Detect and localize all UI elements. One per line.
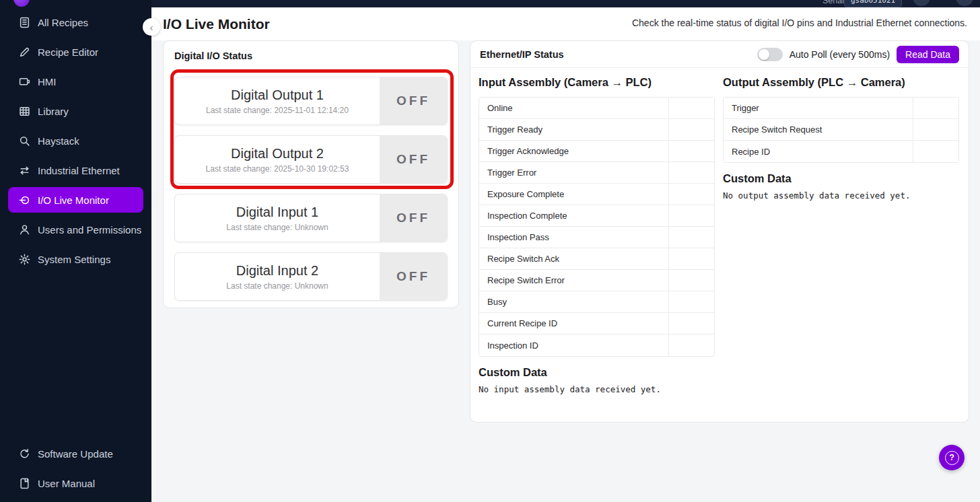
- sidebar: All Recipes Recipe Editor HMI Library Ha…: [0, 0, 151, 502]
- io-state-badge: OFF: [380, 253, 447, 300]
- table-row-label: Busy: [479, 291, 668, 312]
- ethernet-icon: [19, 165, 30, 176]
- page-title: I/O Live Monitor: [163, 16, 270, 32]
- table-row-trigger-acknowledge: Trigger Acknowledge: [479, 141, 714, 162]
- io-card-name: Digital Output 2: [231, 146, 324, 162]
- help-button[interactable]: ?: [939, 445, 965, 470]
- digital-io-panel-title: Digital I/O Status: [164, 41, 458, 61]
- table-row-busy: Busy: [479, 291, 714, 313]
- table-value-cell: [668, 119, 714, 140]
- sidebar-item-industrial-ethernet[interactable]: Industrial Ethernet: [8, 157, 143, 183]
- table-row-recipe-switch-request: Recipe Switch Request: [724, 119, 958, 141]
- io-card-last-change: Last state change: 2025-10-30 19:02:53: [206, 164, 349, 174]
- input-custom-data-message: No input assembly data received yet.: [479, 384, 715, 394]
- sidebar-item-hmi[interactable]: HMI: [8, 69, 143, 94]
- table-value-cell: [668, 98, 714, 118]
- table-row-exposure-complete: Exposure Complete: [479, 184, 714, 205]
- gear-icon: [19, 254, 30, 265]
- io-state-badge: OFF: [380, 194, 447, 242]
- table-row-label: Online: [479, 98, 668, 118]
- io-card-name: Digital Input 2: [236, 263, 318, 279]
- sidebar-item-library[interactable]: Library: [8, 98, 143, 124]
- io-state-badge: OFF: [380, 77, 447, 124]
- table-value-cell: [668, 334, 714, 356]
- io-card-list: Digital Output 1 Last state change: 2025…: [174, 77, 448, 311]
- sidebar-collapse-button[interactable]: ‹: [143, 18, 160, 36]
- sidebar-item-system-settings[interactable]: System Settings: [8, 246, 143, 272]
- io-card-digital-input-1: Digital Input 1 Last state change: Unkno…: [174, 194, 448, 242]
- input-assembly-table: Online Trigger Ready Trigger Acknowledge…: [479, 97, 715, 357]
- table-row-trigger-error: Trigger Error: [479, 162, 714, 184]
- read-data-button[interactable]: Read Data: [897, 46, 959, 63]
- hmi-icon: [19, 76, 30, 87]
- io-card-digital-output-1: Digital Output 1 Last state change: 2025…: [174, 77, 448, 125]
- io-card-last-change: Last state change: Unknown: [226, 223, 328, 232]
- top-bar: Serial: gsab051021: [151, 0, 980, 7]
- sidebar-item-haystack[interactable]: Haystack: [8, 128, 143, 153]
- table-row-inspection-complete: Inspection Complete: [479, 205, 714, 227]
- topbar-button-2[interactable]: [956, 0, 973, 6]
- sidebar-item-i-o-live-monitor[interactable]: I/O Live Monitor: [8, 187, 143, 213]
- refresh-icon: [19, 448, 30, 460]
- io-card-name: Digital Output 1: [231, 87, 324, 103]
- topbar-button-1[interactable]: [913, 0, 930, 6]
- table-value-cell: [668, 162, 714, 183]
- io-card-last-change: Last state change: 2025-11-01 12:14:20: [206, 106, 349, 115]
- table-row-label: Exposure Complete: [479, 184, 668, 205]
- output-assembly-table: Trigger Recipe Switch Request Recipe ID: [723, 97, 959, 163]
- digital-io-panel: Digital I/O Status Digital Output 1 Last…: [163, 40, 459, 308]
- output-custom-data-message: No output assembly data received yet.: [723, 190, 959, 201]
- table-row-label: Trigger Error: [479, 162, 668, 183]
- auto-poll-label: Auto Poll (every 500ms): [790, 49, 890, 60]
- table-row-label: Inspection Complete: [479, 205, 668, 226]
- table-row-label: Trigger Acknowledge: [479, 141, 668, 162]
- sidebar-item-users-and-permissions[interactable]: Users and Permissions: [8, 217, 143, 242]
- table-row-recipe-id: Recipe ID: [724, 141, 958, 162]
- table-row-label: Inspection Pass: [479, 227, 668, 248]
- search-icon: [19, 135, 30, 147]
- manual-icon: [19, 478, 30, 489]
- serial-label: Serial:: [823, 0, 846, 5]
- table-value-cell: [668, 248, 714, 269]
- sidebar-item-software-update[interactable]: Software Update: [8, 441, 143, 466]
- ethernet-panel-title: Ethernet/IP Status: [480, 49, 757, 60]
- app-logo: [13, 0, 30, 7]
- table-row-trigger-ready: Trigger Ready: [479, 119, 714, 141]
- table-row-recipe-switch-ack: Recipe Switch Ack: [479, 248, 714, 270]
- ethernet-ip-panel: Ethernet/IP Status Auto Poll (every 500m…: [470, 40, 969, 423]
- library-icon: [19, 106, 30, 117]
- input-custom-data-title: Custom Data: [479, 366, 715, 379]
- io-card-digital-output-2: Digital Output 2 Last state change: 2025…: [174, 135, 448, 184]
- table-row-label: Recipe ID: [724, 141, 913, 162]
- io-card-last-change: Last state change: Unknown: [226, 281, 328, 291]
- sidebar-footer: Software Update User Manual: [0, 441, 151, 500]
- auto-poll-toggle[interactable]: [757, 48, 783, 61]
- table-value-cell: [913, 119, 958, 140]
- recipes-icon: [19, 17, 30, 28]
- pencil-icon: [19, 46, 30, 58]
- table-value-cell: [668, 313, 714, 334]
- chevron-left-icon: ‹: [150, 22, 153, 33]
- question-icon: ?: [945, 451, 959, 465]
- io-card-digital-input-2: Digital Input 2 Last state change: Unkno…: [174, 252, 448, 301]
- sidebar-item-recipe-editor[interactable]: Recipe Editor: [8, 39, 143, 65]
- table-value-cell: [668, 270, 714, 291]
- input-assembly-column: Input Assembly (Camera → PLC) Online Tri…: [479, 73, 715, 394]
- sidebar-item-all-recipes[interactable]: All Recipes: [8, 9, 143, 35]
- table-value-cell: [913, 141, 958, 162]
- table-row-label: Current Recipe ID: [479, 313, 668, 334]
- table-value-cell: [668, 141, 714, 162]
- table-row-label: Trigger Ready: [479, 119, 668, 140]
- sidebar-item-user-manual[interactable]: User Manual: [8, 470, 143, 496]
- table-row-trigger: Trigger: [724, 98, 958, 119]
- table-value-cell: [668, 291, 714, 312]
- table-row-label: Recipe Switch Error: [479, 270, 668, 291]
- table-row-label: Inspection ID: [479, 334, 668, 356]
- table-value-cell: [913, 98, 958, 118]
- users-icon: [19, 224, 30, 236]
- table-row-online: Online: [479, 98, 714, 119]
- input-assembly-title: Input Assembly (Camera → PLC): [479, 76, 715, 89]
- main-content: I/O Live Monitor Check the real-time sta…: [151, 7, 980, 502]
- page-description: Check the real-time status of digital I/…: [632, 17, 967, 28]
- output-assembly-column: Output Assembly (PLC → Camera) Trigger R…: [723, 73, 959, 394]
